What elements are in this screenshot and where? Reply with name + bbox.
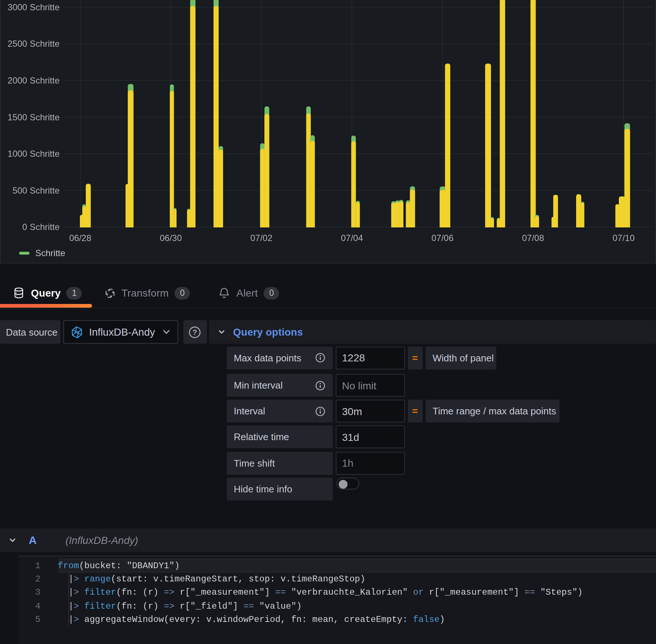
svg-text:1000 Schritte: 1000 Schritte — [8, 149, 60, 159]
svg-text:07/08: 07/08 — [522, 233, 544, 243]
svg-text:07/04: 07/04 — [341, 233, 363, 243]
svg-text:500 Schritte: 500 Schritte — [13, 185, 60, 195]
svg-text:07/10: 07/10 — [613, 233, 635, 243]
svg-text:1500 Schritte: 1500 Schritte — [8, 112, 60, 122]
svg-text:Schritte: Schritte — [35, 248, 65, 258]
svg-text:2000 Schritte: 2000 Schritte — [8, 75, 60, 85]
svg-text:06/28: 06/28 — [69, 233, 91, 243]
svg-text:3000 Schritte: 3000 Schritte — [8, 2, 60, 12]
svg-text:06/30: 06/30 — [160, 233, 182, 243]
svg-text:?: ? — [193, 328, 197, 336]
svg-text:0 Schritte: 0 Schritte — [22, 222, 60, 232]
svg-text:07/06: 07/06 — [431, 233, 454, 243]
svg-text:07/02: 07/02 — [250, 233, 272, 243]
svg-text:2500 Schritte: 2500 Schritte — [8, 39, 60, 49]
